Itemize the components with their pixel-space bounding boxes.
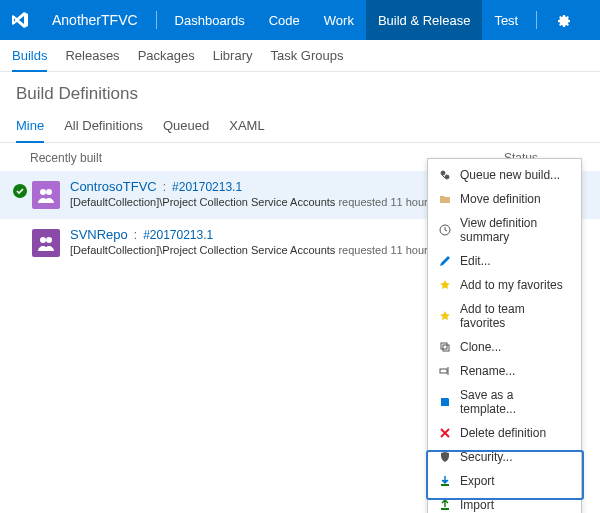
definition-tabs: Mine All Definitions Queued XAML xyxy=(0,112,600,143)
context-menu: Queue new build... Move definition View … xyxy=(427,158,582,513)
build-definition-link[interactable]: ControsoTFVC xyxy=(70,179,157,194)
subnav-packages[interactable]: Packages xyxy=(138,40,195,71)
menu-delete[interactable]: Delete definition xyxy=(428,421,581,445)
import-icon xyxy=(438,498,452,512)
avatar xyxy=(32,229,60,257)
svg-point-3 xyxy=(40,237,46,243)
pencil-icon xyxy=(438,254,452,268)
menu-import[interactable]: Import xyxy=(428,493,581,513)
nav-test[interactable]: Test xyxy=(482,0,530,40)
avatar xyxy=(32,181,60,209)
delete-icon xyxy=(438,426,452,440)
menu-export[interactable]: Export xyxy=(428,469,581,493)
menu-save-template[interactable]: Save as a template... xyxy=(428,383,581,421)
vs-logo-icon[interactable] xyxy=(0,0,40,40)
clock-icon xyxy=(438,223,452,237)
svg-rect-7 xyxy=(443,345,449,351)
build-number-link[interactable]: #20170213.1 xyxy=(143,228,213,242)
nav-code[interactable]: Code xyxy=(257,0,312,40)
svg-rect-9 xyxy=(441,484,449,486)
queue-icon xyxy=(438,168,452,182)
page-title: Build Definitions xyxy=(0,72,600,112)
subnav-task-groups[interactable]: Task Groups xyxy=(270,40,343,71)
subnav-library[interactable]: Library xyxy=(213,40,253,71)
subnav-releases[interactable]: Releases xyxy=(65,40,119,71)
divider xyxy=(536,11,537,29)
menu-add-team-favorites[interactable]: Add to team favorites xyxy=(428,297,581,335)
success-check-icon xyxy=(12,183,30,199)
rename-icon xyxy=(438,364,452,378)
nav-build-release[interactable]: Build & Release xyxy=(366,0,483,40)
build-number-link[interactable]: #20170213.1 xyxy=(172,180,242,194)
menu-move-definition[interactable]: Move definition xyxy=(428,187,581,211)
menu-edit[interactable]: Edit... xyxy=(428,249,581,273)
menu-rename[interactable]: Rename... xyxy=(428,359,581,383)
svg-rect-6 xyxy=(441,343,447,349)
svg-point-2 xyxy=(46,189,52,195)
svg-rect-8 xyxy=(440,369,447,373)
svg-point-1 xyxy=(40,189,46,195)
nav-work[interactable]: Work xyxy=(312,0,366,40)
save-icon xyxy=(438,395,452,409)
menu-queue-new-build[interactable]: Queue new build... xyxy=(428,163,581,187)
star-icon xyxy=(438,309,452,323)
nav-dashboards[interactable]: Dashboards xyxy=(163,0,257,40)
settings-button[interactable] xyxy=(543,0,583,40)
build-definition-link[interactable]: SVNRepo xyxy=(70,227,128,242)
tab-mine[interactable]: Mine xyxy=(16,112,44,143)
menu-clone[interactable]: Clone... xyxy=(428,335,581,359)
tab-xaml[interactable]: XAML xyxy=(229,112,264,142)
tab-all-definitions[interactable]: All Definitions xyxy=(64,112,143,142)
gear-icon xyxy=(555,12,571,28)
subnav-builds[interactable]: Builds xyxy=(12,40,47,72)
svg-point-4 xyxy=(46,237,52,243)
top-bar: AnotherTFVC Dashboards Code Work Build &… xyxy=(0,0,600,40)
divider xyxy=(156,11,157,29)
sub-nav: Builds Releases Packages Library Task Gr… xyxy=(0,40,600,72)
menu-view-summary[interactable]: View definition summary xyxy=(428,211,581,249)
export-icon xyxy=(438,474,452,488)
project-name[interactable]: AnotherTFVC xyxy=(40,0,150,40)
tab-queued[interactable]: Queued xyxy=(163,112,209,142)
svg-rect-10 xyxy=(441,508,449,510)
star-icon xyxy=(438,278,452,292)
shield-icon xyxy=(438,450,452,464)
menu-security[interactable]: Security... xyxy=(428,445,581,469)
folder-icon xyxy=(438,192,452,206)
menu-add-my-favorites[interactable]: Add to my favorites xyxy=(428,273,581,297)
clone-icon xyxy=(438,340,452,354)
